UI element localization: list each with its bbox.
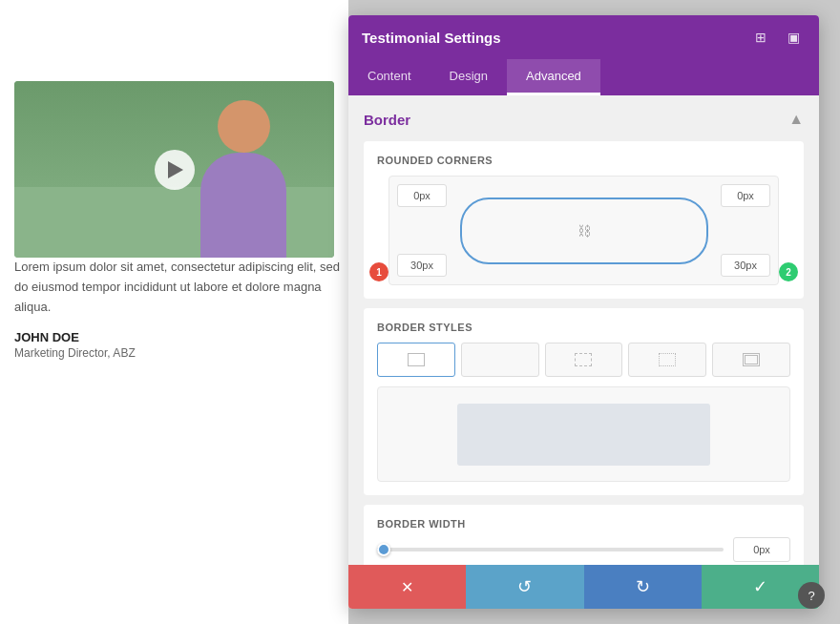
help-button[interactable]: ? — [798, 582, 825, 609]
solid-icon — [407, 353, 426, 366]
tab-content[interactable]: Content — [348, 59, 430, 95]
corner-bottom-left[interactable]: 30px — [397, 254, 447, 277]
rounded-corners-label: Rounded Corners — [377, 155, 790, 166]
border-preview-inner — [457, 404, 710, 466]
link-icon: ⛓ — [578, 223, 591, 239]
settings-content: Border ▲ Rounded Corners 0px 0px ⛓ 30px — [348, 95, 819, 565]
settings-header: Testimonial Settings ⊞ ▣ — [348, 15, 819, 59]
border-style-double[interactable] — [712, 343, 790, 377]
layout-icon[interactable]: ▣ — [781, 25, 806, 50]
border-style-none[interactable] — [461, 343, 539, 377]
badge-2: 2 — [779, 262, 798, 281]
undo-button[interactable]: ↺ — [466, 565, 583, 609]
preview-panel: Lorem ipsum dolor sit amet, consectetur … — [0, 0, 348, 624]
collapse-border-icon[interactable]: ▲ — [788, 111, 804, 128]
border-preview-area — [377, 386, 790, 482]
border-width-value[interactable]: 0px — [733, 537, 790, 562]
slider-track[interactable] — [377, 548, 724, 551]
preview-body-text: Lorem ipsum dolor sit amet, consectetur … — [14, 258, 348, 317]
preview-person-name: JOHN DOE — [14, 330, 79, 344]
header-icons: ⊞ ▣ — [748, 25, 806, 50]
settings-title: Testimonial Settings — [362, 30, 501, 46]
section-header-border: Border ▲ — [364, 111, 804, 128]
border-width-label: Border Width — [377, 518, 790, 530]
corner-top-right[interactable]: 0px — [721, 184, 770, 207]
tab-advanced[interactable]: Advanced — [507, 59, 600, 95]
tab-design[interactable]: Design — [430, 59, 507, 95]
cancel-button[interactable]: ✕ — [348, 565, 466, 609]
cancel-icon: ✕ — [401, 578, 413, 596]
preview-image — [14, 81, 334, 258]
bottom-toolbar: ✕ ↺ ↻ ✓ — [348, 565, 819, 609]
expand-icon[interactable]: ⊞ — [748, 25, 773, 50]
slider-row: 0px — [377, 537, 790, 562]
corner-top-left[interactable]: 0px — [397, 184, 447, 207]
corners-widget: 0px 0px ⛓ 30px 30px — [388, 176, 779, 285]
person-body — [200, 153, 286, 258]
double-icon — [742, 353, 761, 366]
preview-person-role: Marketing Director, ABZ — [14, 346, 136, 360]
undo-icon: ↺ — [517, 576, 532, 597]
confirm-icon: ✓ — [753, 576, 767, 597]
settings-panel: Testimonial Settings ⊞ ▣ Content Design … — [348, 15, 819, 609]
border-styles-label: Border Styles — [377, 322, 790, 333]
border-section: Border ▲ Rounded Corners 0px 0px ⛓ 30px — [364, 111, 804, 565]
border-width-block: Border Width 0px — [364, 505, 804, 565]
border-style-dashed[interactable] — [545, 343, 623, 377]
person-head — [218, 100, 270, 153]
border-styles-row — [377, 343, 790, 377]
border-style-dotted[interactable] — [628, 343, 706, 377]
play-button[interactable] — [155, 150, 195, 190]
corner-bottom-right[interactable]: 30px — [721, 254, 770, 277]
corners-preview: ⛓ — [460, 198, 708, 264]
dashed-icon — [574, 353, 593, 366]
border-styles-block: Border Styles — [364, 308, 804, 495]
border-style-solid[interactable] — [377, 343, 455, 377]
badge-1: 1 — [369, 262, 388, 281]
rounded-corners-block: Rounded Corners 0px 0px ⛓ 30px 30px — [364, 141, 804, 299]
tabs-row: Content Design Advanced — [348, 59, 819, 95]
none-icon — [491, 353, 510, 366]
redo-icon: ↻ — [636, 576, 650, 597]
person-figure — [191, 91, 296, 258]
redo-button[interactable]: ↻ — [584, 565, 702, 609]
section-title-border: Border — [364, 112, 410, 128]
slider-thumb[interactable] — [377, 543, 390, 556]
play-icon — [168, 161, 183, 178]
dotted-icon — [658, 353, 677, 366]
